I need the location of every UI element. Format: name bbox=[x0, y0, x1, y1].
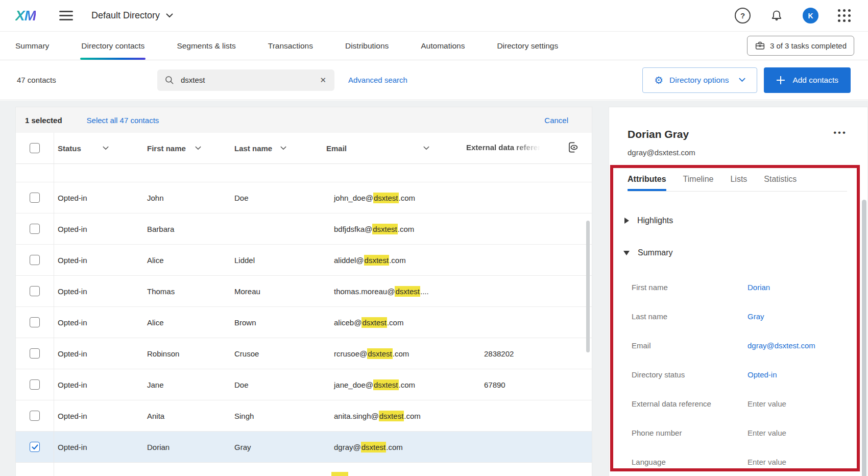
directory-options-button[interactable]: ⚙ Directory options bbox=[642, 67, 757, 93]
column-header-email[interactable]: Email bbox=[326, 144, 347, 153]
attribute-value[interactable]: Dorian bbox=[748, 283, 770, 292]
topbar: XM Default Directory ? K bbox=[0, 0, 868, 32]
app-grid-icon[interactable] bbox=[838, 9, 851, 22]
email-cell: anita.singh@dsxtest.com bbox=[319, 412, 465, 420]
first-name-cell: Alice bbox=[147, 256, 234, 265]
row-checkbox-checked[interactable] bbox=[30, 442, 40, 452]
tab-directory-contacts[interactable]: Directory contacts bbox=[81, 32, 144, 60]
user-avatar[interactable]: K bbox=[803, 8, 818, 23]
row-checkbox[interactable] bbox=[30, 317, 40, 327]
avatar-initial: K bbox=[808, 12, 813, 20]
tab-label: Transactions bbox=[268, 41, 313, 51]
tab-distributions[interactable]: Distributions bbox=[345, 32, 389, 60]
chevron-down-icon[interactable] bbox=[423, 146, 429, 150]
attribute-value[interactable]: Gray bbox=[748, 312, 764, 321]
contacts-toolbar: 47 contacts dsxtest ✕ Advanced search ⚙ … bbox=[0, 60, 868, 100]
column-header-first-name[interactable]: First name bbox=[147, 144, 186, 153]
column-header-status[interactable]: Status bbox=[58, 144, 81, 153]
panel-tab-lists[interactable]: Lists bbox=[730, 175, 747, 191]
tasks-badge-label: 3 of 3 tasks completed bbox=[770, 41, 847, 50]
status-cell: Opted-in bbox=[54, 349, 147, 358]
column-preview-icon[interactable] bbox=[566, 141, 580, 156]
attribute-value-placeholder[interactable]: Enter value bbox=[748, 458, 786, 466]
add-contacts-button[interactable]: Add contacts bbox=[764, 67, 851, 93]
help-glyph: ? bbox=[740, 11, 745, 20]
advanced-search-link[interactable]: Advanced search bbox=[348, 76, 407, 84]
first-name-cell: Thomas bbox=[147, 287, 234, 296]
table-row-selected[interactable]: Opted-in Dorian Gray dgray@dsxtest.com bbox=[16, 432, 592, 463]
attribute-row: Language Enter value bbox=[628, 456, 847, 468]
search-icon bbox=[164, 75, 175, 85]
last-name-cell: Moreau bbox=[234, 287, 319, 296]
status-cell: Opted-in bbox=[54, 380, 147, 389]
checkbox-column-divider bbox=[54, 133, 54, 476]
tab-transactions[interactable]: Transactions bbox=[268, 32, 313, 60]
tab-automations[interactable]: Automations bbox=[421, 32, 465, 60]
highlights-section-toggle[interactable]: Highlights bbox=[628, 215, 847, 227]
row-checkbox[interactable] bbox=[30, 379, 40, 390]
attribute-value[interactable]: Opted-in bbox=[748, 370, 777, 379]
search-input[interactable]: dsxtest ✕ bbox=[157, 69, 334, 91]
row-checkbox[interactable] bbox=[30, 255, 40, 265]
tab-directory-settings[interactable]: Directory settings bbox=[497, 32, 558, 60]
tab-label: Segments & lists bbox=[177, 41, 235, 51]
collapsed-triangle-icon bbox=[624, 218, 629, 224]
attribute-value-placeholder[interactable]: Enter value bbox=[748, 399, 786, 408]
directory-switcher[interactable]: Default Directory bbox=[91, 10, 173, 21]
plus-icon bbox=[776, 76, 785, 85]
notifications-bell-icon[interactable] bbox=[770, 9, 783, 22]
page-scrollbar-thumb[interactable] bbox=[862, 200, 866, 476]
help-icon[interactable]: ? bbox=[735, 8, 751, 23]
column-header-last-name[interactable]: Last name bbox=[234, 144, 272, 153]
search-highlight: dsxtest bbox=[373, 379, 399, 390]
active-panel-tab-underline bbox=[628, 189, 666, 191]
table-row[interactable]: Opted-in Robinson Crusoe rcrusoe@dsxtest… bbox=[16, 338, 592, 369]
table-row[interactable]: Opted-in Alice Liddel aliddel@dsxtest.co… bbox=[16, 245, 592, 276]
email-cell: aliceb@dsxtest.com bbox=[319, 318, 465, 327]
cancel-selection-link[interactable]: Cancel bbox=[544, 116, 568, 125]
select-all-checkbox[interactable] bbox=[30, 143, 40, 153]
row-checkbox[interactable] bbox=[30, 286, 40, 296]
table-row[interactable]: Opted-in Alice Brown aliceb@dsxtest.com bbox=[16, 307, 592, 338]
summary-section-toggle[interactable]: Summary bbox=[628, 247, 847, 259]
panel-tab-statistics[interactable]: Statistics bbox=[764, 175, 797, 191]
attribute-value-placeholder[interactable]: Enter value bbox=[748, 429, 786, 437]
chevron-down-icon[interactable] bbox=[280, 146, 286, 150]
hamburger-menu-icon[interactable] bbox=[59, 11, 73, 20]
email-cell: rcrusoe@dsxtest.com bbox=[319, 349, 465, 358]
tab-segments-lists[interactable]: Segments & lists bbox=[177, 32, 235, 60]
table-row[interactable]: Opted-in Barbara bdfjdsfka@dsxtest.com bbox=[16, 213, 592, 245]
more-options-icon[interactable]: ••• bbox=[833, 128, 847, 138]
row-checkbox[interactable] bbox=[30, 193, 40, 203]
column-header-external-data-reference[interactable]: External data reference bbox=[466, 143, 543, 152]
first-name-cell: Robinson bbox=[147, 349, 234, 358]
chevron-down-icon[interactable] bbox=[195, 146, 201, 150]
xm-logo: XM bbox=[15, 8, 36, 24]
table-row[interactable]: Opted-in Jane Doe jane_doe@dsxtest.com 6… bbox=[16, 369, 592, 400]
select-all-link[interactable]: Select all 47 contacts bbox=[87, 116, 159, 125]
tab-summary[interactable]: Summary bbox=[15, 32, 49, 60]
table-row[interactable]: Opted-in Anita Singh anita.singh@dsxtest… bbox=[16, 400, 592, 432]
panel-tab-attributes[interactable]: Attributes bbox=[628, 175, 666, 191]
tab-label: Summary bbox=[15, 41, 49, 51]
last-name-cell: Gray bbox=[234, 443, 319, 451]
table-row[interactable]: Opted-in Thomas Moreau thomas.moreau@dsx… bbox=[16, 276, 592, 307]
xm-directory-app: XM Default Directory ? K Summary Directo… bbox=[0, 0, 868, 476]
panel-tab-timeline[interactable]: Timeline bbox=[683, 175, 714, 191]
clear-search-icon[interactable]: ✕ bbox=[320, 76, 326, 85]
tasks-completed-badge[interactable]: 3 of 3 tasks completed bbox=[747, 36, 854, 56]
search-value: dsxtest bbox=[181, 76, 320, 84]
content-area: 1 selected Select all 47 contacts Cancel… bbox=[0, 101, 868, 476]
gear-icon: ⚙ bbox=[654, 75, 663, 85]
attribute-value[interactable]: dgray@dsxtest.com bbox=[748, 341, 815, 350]
row-checkbox[interactable] bbox=[30, 224, 40, 234]
table-scrollbar-thumb[interactable] bbox=[586, 221, 590, 352]
row-checkbox[interactable] bbox=[30, 411, 40, 421]
email-cell: bdfjdsfka@dsxtest.com bbox=[319, 225, 465, 233]
row-checkbox[interactable] bbox=[30, 348, 40, 359]
briefcase-icon bbox=[755, 40, 765, 51]
table-row[interactable]: Opted-in John Doe john_doe@dsxtest.com bbox=[16, 182, 592, 213]
chevron-down-icon[interactable] bbox=[103, 146, 109, 150]
last-name-cell: Crusoe bbox=[234, 349, 319, 358]
directory-name: Default Directory bbox=[91, 10, 160, 21]
